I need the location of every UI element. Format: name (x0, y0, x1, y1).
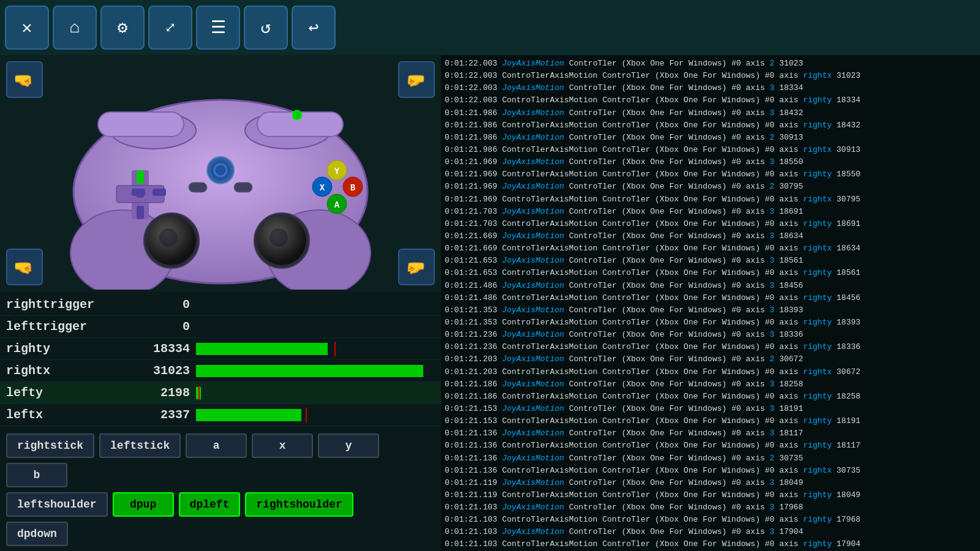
log-line: 0:01:22.003 ControTlerAxisMotion ControT… (445, 70, 976, 82)
log-line: 0:01:21.103 ControTlerAxisMotion ControT… (445, 538, 976, 550)
log-line: 0:01:21.353 JoyAxisMotion ControTler (Xb… (445, 304, 976, 317)
button-section: rightstick leftstick a x y b leftshoulde… (0, 429, 441, 551)
log-line: 0:01:21.103 ControTlerAxisMotion ControT… (445, 514, 976, 526)
log-line: 0:01:21.653 ControTlerAxisMotion ControT… (445, 267, 976, 279)
home-button[interactable]: ⌂ (53, 6, 97, 50)
button-row-2: leftshoulder dpup dpleft rightshoulder (6, 492, 435, 517)
corner-tr-button[interactable]: 🤛 (398, 61, 435, 98)
corner-bl-button[interactable]: 🤜 (6, 249, 43, 285)
left-panel: 🤜 🤛 🤜 🤛 (0, 55, 441, 551)
log-line: 0:01:21.236 ControTlerAxisMotion ControT… (445, 341, 976, 353)
menu-button[interactable]: ☰ (196, 6, 240, 50)
righty-label: righty (6, 342, 129, 356)
log-line: 0:01:21.986 JoyAxisMotion ControTler (Xb… (445, 132, 976, 144)
log-line: 0:01:21.103 JoyAxisMotion ControTler (Xb… (445, 501, 976, 514)
corner-br-button[interactable]: 🤛 (398, 249, 435, 285)
lefty-label: lefty (6, 386, 129, 400)
refresh-button[interactable]: ↺ (244, 6, 288, 50)
log-line: 0:01:21.103 JoyAxisMotion ControTler (Xb… (445, 526, 976, 538)
svg-text:A: A (334, 200, 340, 210)
log-line: 0:01:21.653 JoyAxisMotion ControTler (Xb… (445, 255, 976, 267)
lefttrigger-bar-container (196, 321, 435, 333)
log-line: 0:01:21.203 ControTlerAxisMotion ControT… (445, 366, 976, 378)
log-line: 0:01:21.669 JoyAxisMotion ControTler (Xb… (445, 230, 976, 242)
log-line: 0:01:21.153 ControTlerAxisMotion ControT… (445, 415, 976, 427)
controller-image: Y X B A (43, 57, 398, 290)
log-line: 0:01:21.986 JoyAxisMotion ControTler (Xb… (445, 107, 976, 119)
log-line: 0:01:21.153 JoyAxisMotion ControTler (Xb… (445, 403, 976, 415)
log-line: 0:01:21.136 JoyAxisMotion ControTler (Xb… (445, 452, 976, 465)
log-panel[interactable]: 0:01:22.003 JoyAxisMotion ControTler (Xb… (441, 55, 980, 551)
rightstick-button[interactable]: rightstick (6, 433, 94, 458)
leftshoulder-button[interactable]: leftshoulder (6, 492, 108, 517)
log-line: 0:01:21.203 JoyAxisMotion ControTler (Xb… (445, 353, 976, 365)
log-line: 0:01:21.136 JoyAxisMotion ControTler (Xb… (445, 427, 976, 440)
y-button[interactable]: y (318, 433, 379, 458)
svg-text:X: X (320, 183, 325, 193)
lefty-bar-container (196, 387, 435, 399)
back-button[interactable]: ↩ (292, 6, 336, 50)
svg-text:🤛: 🤛 (405, 258, 426, 278)
svg-rect-9 (98, 112, 184, 137)
settings-button[interactable]: ⚙ (100, 6, 145, 50)
svg-rect-14 (137, 170, 144, 184)
log-line: 0:01:21.186 ControTlerAxisMotion ControT… (445, 391, 976, 403)
righttrigger-bar-container (196, 299, 435, 311)
righttrigger-row: righttrigger 0 (0, 294, 441, 316)
svg-rect-16 (137, 206, 144, 219)
rightx-label: rightx (6, 364, 129, 378)
rightx-bar (196, 365, 423, 377)
svg-text:B: B (350, 183, 356, 193)
dpup-button[interactable]: dpup (113, 492, 174, 517)
leftx-marker (306, 408, 307, 422)
lefty-row: lefty 2198 (0, 382, 441, 404)
log-line: 0:01:21.136 ControTlerAxisMotion ControT… (445, 440, 976, 452)
compress-button[interactable]: ⤢ (148, 6, 192, 50)
dpdown-button[interactable]: dpdown (6, 522, 68, 546)
rightshoulder-button[interactable]: rightshoulder (245, 492, 353, 517)
log-line: 0:01:21.486 JoyAxisMotion ControTler (Xb… (445, 280, 976, 292)
svg-text:🤜: 🤜 (13, 70, 34, 91)
dpleft-button[interactable]: dpleft (179, 492, 241, 517)
log-line: 0:01:21.969 JoyAxisMotion ControTler (Xb… (445, 156, 976, 168)
log-line: 0:01:21.969 ControTlerAxisMotion ControT… (445, 168, 976, 181)
svg-point-37 (292, 110, 302, 120)
lefttrigger-value: 0 (129, 320, 190, 334)
svg-point-36 (270, 228, 288, 247)
rightx-value: 31023 (129, 364, 190, 378)
leftstick-button[interactable]: leftstick (99, 433, 181, 458)
leftx-bar (196, 409, 301, 421)
svg-rect-18 (189, 182, 207, 192)
lefttrigger-row: lefttrigger 0 (0, 316, 441, 338)
b-button[interactable]: b (6, 463, 67, 487)
log-line: 0:01:21.119 JoyAxisMotion ControTler (Xb… (445, 477, 976, 489)
log-line: 0:01:21.703 ControTlerAxisMotion ControT… (445, 218, 976, 230)
svg-text:🤜: 🤜 (13, 258, 34, 278)
toolbar: ✕ ⌂ ⚙ ⤢ ☰ ↺ ↩ (0, 0, 980, 55)
close-button[interactable]: ✕ (5, 6, 49, 50)
svg-point-33 (159, 228, 178, 247)
log-line: 0:01:21.703 JoyAxisMotion ControTler (Xb… (445, 206, 976, 218)
log-line: 0:01:21.353 ControTlerAxisMotion ControT… (445, 317, 976, 329)
svg-text:Y: Y (334, 167, 340, 176)
a-button[interactable]: a (186, 433, 247, 458)
leftx-label: leftx (6, 408, 129, 422)
corner-tl-button[interactable]: 🤜 (6, 61, 43, 98)
righttrigger-value: 0 (129, 298, 190, 312)
righty-bar-container (196, 343, 435, 355)
main-area: 🤜 🤛 🤜 🤛 (0, 55, 980, 551)
leftx-value: 2337 (129, 408, 190, 422)
log-line: 0:01:21.236 JoyAxisMotion ControTler (Xb… (445, 329, 976, 341)
log-line: 0:01:22.003 ControTlerAxisMotion ControT… (445, 94, 976, 107)
log-line: 0:01:21.486 ControTlerAxisMotion ControT… (445, 292, 976, 304)
rightx-bar-container (196, 365, 435, 377)
x-button[interactable]: x (252, 433, 313, 458)
controller-area: 🤜 🤛 🤜 🤛 (0, 55, 441, 291)
rightx-row: rightx 31023 (0, 360, 441, 382)
log-line: 0:01:21.186 JoyAxisMotion ControTler (Xb… (445, 378, 976, 391)
lefty-value: 2198 (129, 386, 190, 400)
lefttrigger-label: lefttrigger (6, 320, 129, 334)
righty-marker (334, 342, 336, 356)
log-line: 0:01:21.119 ControTlerAxisMotion ControT… (445, 489, 976, 501)
button-row-1: rightstick leftstick a x y b (6, 433, 435, 487)
